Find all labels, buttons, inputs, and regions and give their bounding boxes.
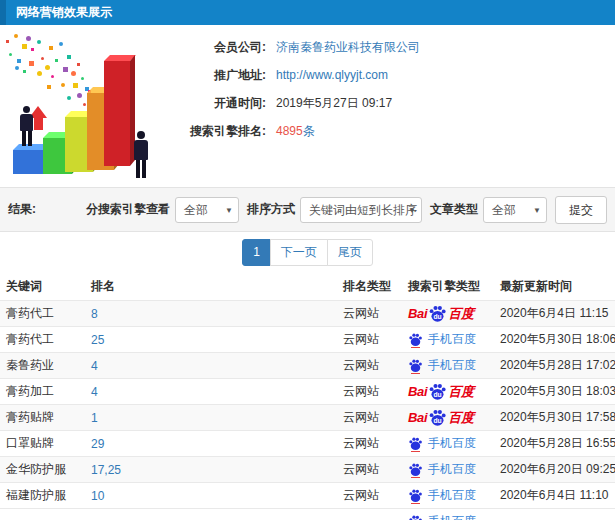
info-list: 会员公司:济南秦鲁药业科技有限公司推广地址:http://www.qlyyjt.… (176, 33, 420, 145)
keyword-cell: 口罩贴牌 (0, 435, 85, 452)
rank-link[interactable]: 17,25 (91, 463, 121, 477)
mobile-baidu-paw-icon (408, 358, 423, 373)
keyword-cell: 膏药代工 (0, 305, 85, 322)
engine-view-label: 分搜索引擎查看 (86, 201, 170, 218)
keyword-cell: 福建防护服 (0, 487, 85, 504)
keyword-cell: 膏药贴牌 (0, 409, 85, 426)
article-type-label: 文章类型 (430, 201, 478, 218)
businessman-left-figure (20, 106, 33, 146)
keyword-cell: 秦鲁药业 (0, 357, 85, 374)
rank-link[interactable]: 4 (91, 385, 98, 399)
table-partial-row-clip: 手机百度 (0, 508, 615, 520)
info-row-label: 搜索引擎排名: (176, 123, 266, 140)
svg-text:du: du (434, 391, 442, 398)
mobile-baidu-label: 手机百度 (428, 513, 476, 520)
column-header: 最新更新时间 (494, 278, 615, 295)
ranking-count-unit: 条 (303, 124, 315, 138)
table-row: 金华防护服17,25云网站手机百度2020年6月20日 09:25 (0, 456, 615, 482)
page-1-button[interactable]: 1 (242, 239, 271, 266)
confetti-dot (47, 85, 51, 89)
baidu-logo: Baidu百度 (408, 304, 494, 323)
table-row: 膏药加工4云网站Baidu百度2020年5月30日 18:03 (0, 378, 615, 404)
engine-cell: 手机百度 (402, 331, 494, 348)
chevron-down-icon: ▼ (225, 198, 233, 224)
baidu-paw-icon (408, 488, 423, 503)
baidu-logo-text: Bai (408, 306, 427, 321)
mobile-baidu-logo: 手机百度 (408, 331, 494, 348)
engine-cell: Baidu百度 (402, 408, 494, 427)
mobile-baidu-label: 手机百度 (428, 487, 476, 504)
sort-select[interactable]: 关键词由短到长排序▼ (300, 197, 422, 223)
info-row: 推广地址:http://www.qlyyjt.com (176, 61, 420, 89)
confetti-dot (6, 40, 9, 43)
mobile-baidu-paw-icon (408, 514, 423, 520)
pagination-row: 1 下一页 尾页 (0, 232, 615, 272)
engine-cell: Baidu百度 (402, 382, 494, 401)
rank-cell: 4 (85, 385, 337, 399)
next-page-button[interactable]: 下一页 (270, 239, 328, 266)
confetti-dot (67, 55, 71, 59)
submit-button[interactable]: 提交 (555, 196, 607, 224)
rank-link[interactable]: 10 (91, 489, 104, 503)
table-row: 膏药代工25云网站手机百度2020年5月30日 18:06 (0, 326, 615, 352)
time-cell: 2020年5月30日 18:06 (494, 331, 615, 348)
rank-link[interactable]: 4 (91, 359, 98, 373)
mobile-baidu-logo: 手机百度 (408, 487, 494, 504)
rank-link[interactable]: 8 (91, 307, 98, 321)
info-row-label: 推广地址: (176, 67, 266, 84)
bar-chart-growth-illustration (0, 30, 175, 182)
keyword-cell: 膏药代工 (0, 331, 85, 348)
table-row: 秦鲁药业4云网站手机百度2020年5月28日 17:02 (0, 352, 615, 378)
confetti-dot (31, 48, 34, 51)
info-row-value[interactable]: 济南秦鲁药业科技有限公司 (276, 39, 420, 56)
table-header-row: 关键词排名排名类型搜索引擎类型最新更新时间 (0, 272, 615, 300)
result-label: 结果: (8, 201, 36, 218)
confetti-dot (37, 71, 42, 76)
confetti-dot (55, 59, 58, 62)
time-cell: 2020年5月28日 17:02 (494, 357, 615, 374)
last-page-button[interactable]: 尾页 (327, 239, 373, 266)
rank-type-cell: 云网站 (337, 435, 402, 452)
baidu-logo-hanzi: 百度 (448, 305, 473, 323)
baidu-paw-icon (408, 358, 423, 373)
filter-bar: 结果: 分搜索引擎查看 全部▼ 排序方式 关键词由短到长排序▼ 文章类型 全部▼… (0, 187, 615, 232)
engine-cell: 手机百度 (402, 461, 494, 478)
table-row: 膏药贴牌1云网站Baidu百度2020年5月30日 17:58 (0, 404, 615, 430)
mobile-baidu-label: 手机百度 (428, 461, 476, 478)
mobile-baidu-paw-icon (408, 436, 423, 451)
confetti-dot (63, 67, 68, 72)
confetti-dot (71, 71, 76, 76)
sort-label: 排序方式 (247, 201, 295, 218)
rank-type-cell: 云网站 (337, 409, 402, 426)
time-cell: 2020年6月4日 11:10 (494, 487, 615, 504)
mobile-baidu-paw-icon (408, 332, 423, 347)
info-row-label: 会员公司: (176, 39, 266, 56)
engine-cell: 手机百度 (402, 513, 494, 520)
confetti-dot (22, 44, 27, 49)
baidu-paw-icon (408, 436, 423, 451)
info-row: 搜索引擎排名:4895条 (176, 117, 420, 145)
confetti-dot (49, 46, 53, 50)
time-cell: 2020年5月28日 16:55 (494, 435, 615, 452)
rank-type-cell: 云网站 (337, 383, 402, 400)
confetti-dot (59, 42, 63, 46)
article-type-select[interactable]: 全部▼ (483, 197, 547, 223)
chevron-down-icon: ▼ (533, 198, 541, 224)
table-row: 口罩贴牌29云网站手机百度2020年5月28日 16:55 (0, 430, 615, 456)
column-header: 关键词 (0, 278, 85, 295)
info-row-value[interactable]: http://www.qlyyjt.com (276, 68, 388, 82)
mobile-baidu-logo: 手机百度 (408, 513, 494, 520)
rank-link[interactable]: 1 (91, 411, 98, 425)
engine-cell: Baidu百度 (402, 304, 494, 323)
keyword-ranking-table: 关键词排名排名类型搜索引擎类型最新更新时间 膏药代工8云网站Baidu百度202… (0, 272, 615, 520)
rank-type-cell: 云网站 (337, 305, 402, 322)
rank-link[interactable]: 25 (91, 333, 104, 347)
confetti-dot (29, 61, 34, 66)
engine-cell: 手机百度 (402, 487, 494, 504)
engine-view-select[interactable]: 全部▼ (175, 197, 239, 223)
rank-type-cell: 云网站 (337, 331, 402, 348)
mobile-baidu-paw-icon (408, 488, 423, 503)
confetti-dot (77, 93, 82, 98)
rank-link[interactable]: 29 (91, 437, 104, 451)
baidu-logo: Baidu百度 (408, 382, 494, 401)
